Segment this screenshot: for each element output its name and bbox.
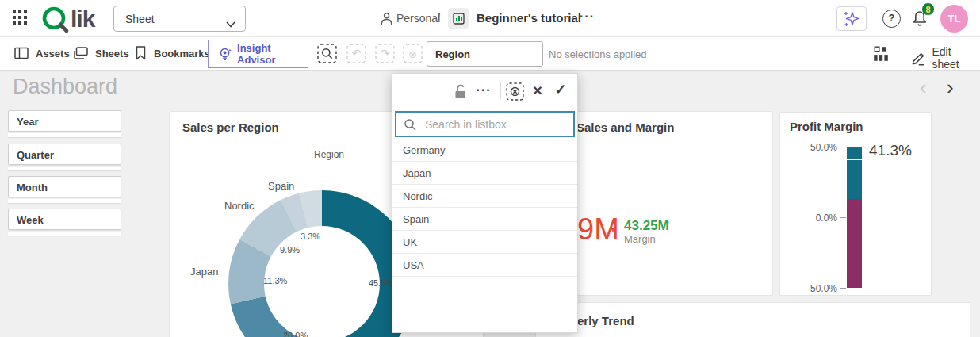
- prev-sheet-chevron[interactable]: ‹: [920, 78, 927, 97]
- filter-quarter-label: Quarter: [17, 149, 54, 161]
- donut-pct-uk: 26.0%: [283, 331, 308, 337]
- insight-advisor-chat-button[interactable]: [836, 6, 867, 31]
- assets-icon: [14, 47, 29, 59]
- user-icon: [380, 12, 393, 29]
- quarterly-trend-panel: Quarterly Trend: [535, 302, 970, 337]
- gauge-tick-label-min: -50.0%: [790, 283, 837, 294]
- insight-advisor-button[interactable]: Insight Advisor: [208, 40, 308, 68]
- page-title: Dashboard: [13, 75, 117, 99]
- sheet-selector[interactable]: Sheet: [113, 6, 246, 32]
- sales-per-region-title: Sales per Region: [182, 121, 279, 134]
- app-launcher-icon[interactable]: [13, 10, 29, 29]
- donut-pct-usa: 45.5%: [369, 278, 393, 288]
- selections-status: No selections applied: [549, 48, 647, 60]
- top-bar: lik Sheet Personal / Beginner's tutorial…: [0, 0, 980, 37]
- filter-month[interactable]: Month: [8, 176, 121, 197]
- confirm-icon[interactable]: ✓: [549, 80, 572, 99]
- svg-text:⊗: ⊗: [408, 48, 417, 60]
- edit-sheet-label: Edit sheet: [932, 45, 980, 71]
- edit-sheet-button[interactable]: Edit sheet: [911, 45, 980, 71]
- gauge-tick-min: [840, 288, 846, 289]
- donut-callout-japan: Japan: [190, 266, 218, 278]
- clear-selections-icon[interactable]: ⊗: [403, 44, 423, 63]
- kpi-margin-value: 43.25M: [624, 218, 669, 234]
- profit-margin-title: Profit Margin: [790, 120, 863, 133]
- listbox-item-uk[interactable]: UK: [392, 231, 577, 254]
- listbox-item-nordic[interactable]: Nordic: [392, 185, 577, 208]
- assets-button[interactable]: Assets: [14, 47, 70, 59]
- sheets-label: Sheets: [95, 48, 129, 59]
- filter-quarter[interactable]: Quarter: [8, 144, 121, 165]
- search-selections-icon[interactable]: [317, 44, 337, 63]
- sheet-grid-icon[interactable]: [872, 45, 890, 66]
- bookmarks-button[interactable]: Bookmarks: [135, 46, 210, 60]
- chevron-down-icon: [226, 17, 235, 31]
- listbox-item-usa[interactable]: USA: [392, 254, 577, 277]
- topbar-divider: [875, 9, 875, 29]
- gauge-segment-positive: [847, 147, 862, 199]
- kpi-margin-trend-icon: ·: [666, 215, 670, 228]
- listbox-search-input[interactable]: [425, 114, 572, 134]
- listbox-searchbox: [395, 111, 575, 137]
- search-icon: [404, 118, 417, 135]
- bookmarks-icon: [135, 46, 147, 60]
- lock-icon[interactable]: [450, 82, 469, 101]
- sheet-selector-label: Sheet: [125, 13, 155, 25]
- region-listbox-popup: ··· ✕ ✓ Germany Japan Nordic Spain UK US…: [392, 73, 578, 333]
- donut-pct-spain: 3.3%: [301, 232, 320, 241]
- listbox-item-japan[interactable]: Japan: [392, 162, 577, 185]
- donut-callout-spain: Spain: [268, 180, 294, 192]
- popup-divider: [500, 82, 501, 99]
- text-caret: [423, 117, 423, 133]
- more-options-icon[interactable]: ···: [580, 10, 595, 24]
- listbox-item-germany[interactable]: Germany: [392, 139, 577, 162]
- bookmarks-label: Bookmarks: [154, 48, 210, 59]
- filter-year-label: Year: [17, 116, 38, 128]
- help-icon[interactable]: ?: [882, 10, 901, 28]
- gauge-marker: [847, 159, 862, 160]
- cancel-icon[interactable]: ✕: [527, 81, 548, 100]
- toolbar-divider: [902, 37, 902, 70]
- filter-week-label: Week: [17, 214, 44, 226]
- kpi-margin-label: Margin: [624, 233, 656, 245]
- breadcrumb-separator: /: [437, 12, 440, 25]
- donut-pct-japan: 11.3%: [263, 276, 287, 285]
- qlik-sense-app: lik Sheet Personal / Beginner's tutorial…: [0, 0, 980, 337]
- insight-advisor-label: Insight Advisor: [237, 42, 308, 66]
- gauge-tick-label-max: 50.0%: [790, 142, 837, 153]
- gauge-tick-label-zero: 0.0%: [790, 213, 837, 224]
- assets-label: Assets: [36, 48, 70, 59]
- listbox-item-spain[interactable]: Spain: [392, 208, 577, 231]
- sparkle-icon: [842, 10, 861, 29]
- clear-selection-icon[interactable]: [505, 82, 524, 101]
- filter-month-label: Month: [17, 182, 48, 193]
- qlik-logo: lik: [41, 4, 94, 34]
- edit-pencil-icon: [911, 51, 925, 66]
- gauge-value: 41.3%: [869, 142, 912, 159]
- donut-pct-nordic: 9.9%: [280, 245, 300, 255]
- svg-text:↶: ↶: [352, 47, 362, 59]
- filter-year[interactable]: Year: [8, 110, 121, 132]
- sales-and-margin-title: Sales and Margin: [576, 121, 674, 134]
- donut-legend-title: Region: [314, 149, 344, 160]
- notification-badge: 8: [921, 2, 935, 16]
- gauge-tick-zero: [840, 217, 846, 218]
- menu-dots-icon[interactable]: ···: [473, 81, 494, 100]
- insight-advisor-icon: [219, 47, 232, 61]
- sales-and-margin-panel: Sales and Margin 9M ▾ 43.25M · Margin: [568, 111, 773, 296]
- profit-margin-panel: Profit Margin 50.0% 0.0% -50.0% 41.3%: [779, 112, 932, 296]
- gauge-tick-max: [840, 147, 846, 147]
- next-sheet-chevron[interactable]: ›: [947, 78, 954, 97]
- undo-selection-icon[interactable]: ↶: [346, 44, 366, 63]
- redo-selection-icon[interactable]: ↷: [375, 44, 395, 63]
- kpi-sales-trend-down-icon: ▾: [611, 224, 615, 235]
- svg-text:↷: ↷: [381, 47, 390, 59]
- qlik-logo-text: lik: [71, 6, 94, 33]
- filter-week[interactable]: Week: [8, 209, 121, 230]
- sheets-button[interactable]: Sheets: [74, 47, 129, 59]
- region-filter-input[interactable]: [427, 41, 543, 67]
- breadcrumb-owner[interactable]: Personal: [396, 12, 440, 25]
- sheets-icon: [74, 47, 88, 59]
- avatar[interactable]: TL: [940, 5, 968, 33]
- app-title: Beginner's tutorial: [477, 11, 581, 25]
